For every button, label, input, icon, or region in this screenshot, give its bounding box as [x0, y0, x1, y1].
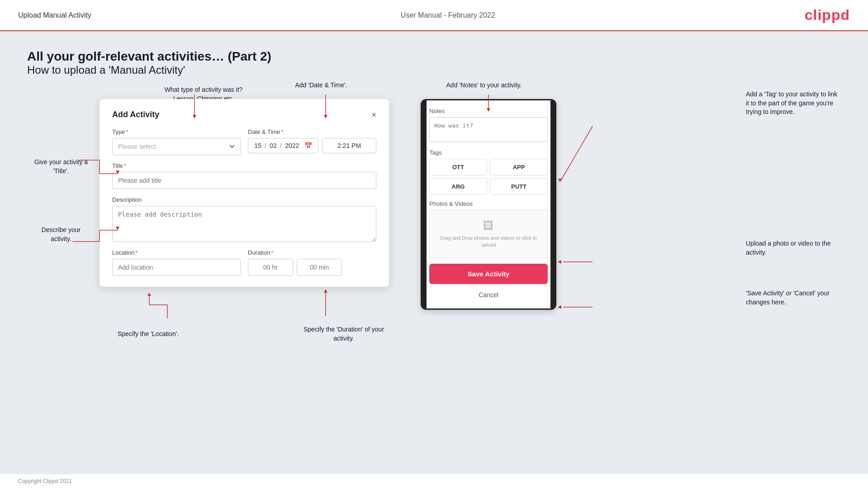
- modal-title: Add Activity: [112, 110, 159, 119]
- datetime-label: Date & Time*: [248, 128, 376, 135]
- tag-app[interactable]: APP: [490, 159, 548, 175]
- title-group: Title*: [112, 162, 376, 189]
- save-activity-button[interactable]: Save Activity: [429, 264, 548, 284]
- top-bar: Upload Manual Activity User Manual - Feb…: [0, 0, 868, 31]
- logo: clippd: [805, 7, 850, 24]
- duration-group: Duration*: [248, 249, 376, 276]
- date-input-group[interactable]: / / 📅: [248, 138, 318, 153]
- location-group: Location*: [112, 249, 241, 276]
- phone-area: Notes Tags OTT APP ARG PUTT Photos & Vid…: [421, 99, 556, 310]
- title-input[interactable]: [112, 172, 376, 189]
- duration-label: Duration*: [248, 249, 376, 256]
- main-content: All your golf-relevant activities… (Part…: [0, 31, 868, 474]
- annotation-add-tag: Add a 'Tag' to your activity to link it …: [746, 90, 841, 117]
- description-group: Description: [112, 196, 376, 242]
- page-title-bold: All your golf-relevant activities… (Part…: [27, 49, 841, 64]
- annotation-upload-photo: Upload a photo or video to the activity.: [746, 239, 841, 257]
- annotation-datetime: Add 'Date & Time'.: [285, 81, 357, 90]
- location-input[interactable]: [112, 259, 241, 276]
- modal-header: Add Activity ×: [112, 110, 376, 119]
- modal-dialog: Add Activity × Type* Please select: [100, 99, 389, 287]
- tags-label: Tags: [429, 149, 548, 156]
- notes-textarea[interactable]: [429, 117, 548, 142]
- tag-arg[interactable]: ARG: [429, 178, 487, 195]
- page-subtitle: How to upload a 'Manual Activity': [27, 64, 841, 76]
- content-area: What type of activity was it? Lesson, Ch…: [27, 90, 841, 370]
- photo-upload-text: Drag and Drop photos and videos or click…: [439, 235, 538, 249]
- tag-ott[interactable]: OTT: [429, 159, 487, 175]
- type-datetime-row: Type* Please select Date & Time*: [112, 128, 376, 155]
- location-duration-row: Location* Duration*: [112, 249, 376, 276]
- description-input[interactable]: [112, 206, 376, 242]
- location-label: Location*: [112, 249, 241, 256]
- annotation-specify-location: Specify the 'Location'.: [118, 330, 179, 339]
- type-group: Type* Please select: [112, 128, 241, 155]
- manual-label: User Manual - February 2022: [401, 11, 495, 19]
- annotation-specify-duration: Specify the 'Duration' of your activity.: [299, 325, 389, 343]
- close-button[interactable]: ×: [371, 111, 376, 119]
- upload-label: Upload Manual Activity: [18, 11, 91, 19]
- page-title-section: All your golf-relevant activities… (Part…: [27, 49, 841, 76]
- photos-label: Photos & Videos: [429, 200, 548, 207]
- annotation-add-notes: Add 'Notes' to your activity.: [439, 81, 529, 90]
- notes-section-label: Notes: [429, 108, 548, 114]
- date-time-row: / / 📅: [248, 138, 376, 153]
- type-select[interactable]: Please select: [112, 138, 241, 155]
- date-day-input[interactable]: [253, 142, 263, 149]
- duration-inputs: [248, 259, 376, 276]
- photo-upload-area[interactable]: 🖼 Drag and Drop photos and videos or cli…: [429, 210, 548, 258]
- copyright: Copyright Clippd 2021: [18, 478, 72, 484]
- annotation-save-cancel: 'Save Activity' or 'Cancel' your changes…: [746, 289, 841, 307]
- phone-side-bar-left: [422, 100, 427, 308]
- description-label: Description: [112, 196, 376, 203]
- tag-putt[interactable]: PUTT: [490, 178, 548, 195]
- phone-side-bar-right: [550, 100, 555, 308]
- photo-icon: 🖼: [439, 219, 538, 232]
- cancel-button[interactable]: Cancel: [429, 289, 548, 301]
- duration-min-input[interactable]: [297, 259, 342, 276]
- type-label: Type*: [112, 128, 241, 135]
- date-month-input[interactable]: [268, 142, 278, 149]
- time-input[interactable]: [322, 138, 376, 153]
- footer: Copyright Clippd 2021: [0, 474, 868, 488]
- annotation-describe: Describe your activity.: [32, 226, 90, 243]
- tags-grid: OTT APP ARG PUTT: [429, 159, 548, 195]
- phone-mockup: Notes Tags OTT APP ARG PUTT Photos & Vid…: [421, 99, 556, 310]
- modal-area: Add Activity × Type* Please select: [100, 99, 389, 287]
- datetime-group: Date & Time* / / 📅: [248, 128, 376, 155]
- calendar-icon[interactable]: 📅: [304, 142, 312, 149]
- title-label: Title*: [112, 162, 376, 169]
- duration-hr-input[interactable]: [248, 259, 293, 276]
- annotation-give-title: Give your activity a 'Title'.: [32, 158, 90, 175]
- date-year-input[interactable]: [284, 142, 301, 149]
